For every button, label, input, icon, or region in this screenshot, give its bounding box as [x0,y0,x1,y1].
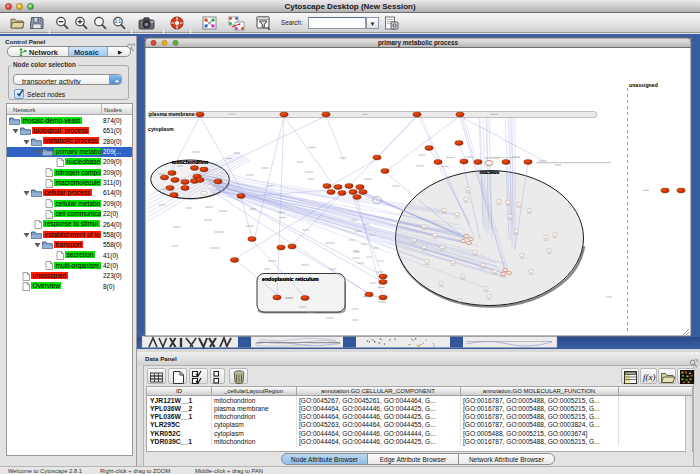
svg-text:primary metabolic process: primary metabolic process [378,39,459,47]
svg-text:nucleus: nucleus [480,169,500,175]
svg-text:unassigned: unassigned [629,82,658,88]
svg-text:f(x): f(x) [643,372,656,382]
svg-text:endoplasmic reticulum: endoplasmic reticulum [262,276,319,282]
svg-text:cytoplasm: cytoplasm [148,126,174,132]
svg-text:plasma membrane: plasma membrane [149,111,195,117]
svg-text:mitochondrion: mitochondrion [172,159,208,165]
svg-text:1:1: 1:1 [115,19,122,24]
